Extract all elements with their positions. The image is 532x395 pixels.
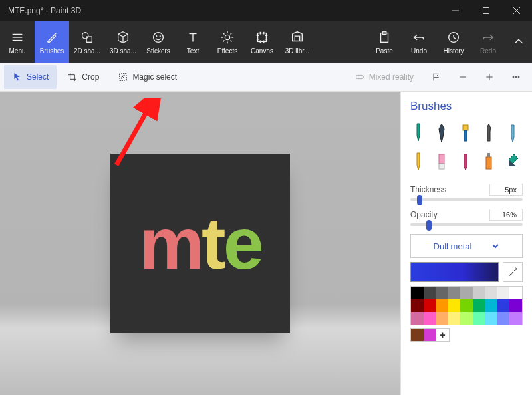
- color-swatch[interactable]: [473, 312, 485, 325]
- minimize-button[interactable]: [440, 0, 471, 21]
- opacity-slider[interactable]: [410, 223, 523, 226]
- paste-button[interactable]: Paste: [367, 21, 402, 63]
- zoom-in-button[interactable]: [477, 65, 501, 89]
- side-panel: Brushes Thickness5px Opacity16% Dull met…: [400, 92, 532, 395]
- main-area: m t e Brushes Thickness5px: [0, 92, 532, 395]
- color-swatch[interactable]: [460, 287, 473, 299]
- 3d-shapes-tab[interactable]: 3D sha...: [105, 21, 141, 63]
- color-swatch[interactable]: [473, 299, 485, 312]
- add-color-button[interactable]: +: [436, 329, 449, 341]
- 3d-library-label: 3D libr...: [285, 47, 310, 55]
- svg-rect-44: [463, 125, 468, 130]
- canvas-artwork[interactable]: m t e: [110, 154, 290, 333]
- history-button[interactable]: History: [436, 21, 471, 63]
- pixel-pen-icon[interactable]: [505, 122, 521, 144]
- color-swatch[interactable]: [509, 312, 522, 325]
- color-swatch[interactable]: [436, 287, 448, 299]
- svg-point-11: [160, 35, 160, 36]
- eyedropper-button[interactable]: [503, 262, 523, 282]
- calligraphy-brush-icon[interactable]: [434, 122, 450, 144]
- color-swatch[interactable]: [411, 299, 424, 312]
- color-swatch[interactable]: [424, 299, 436, 312]
- flag-tool[interactable]: [424, 65, 448, 89]
- color-swatch[interactable]: [473, 287, 485, 299]
- mixed-reality-tool[interactable]: Mixed reality: [346, 65, 422, 89]
- canvas-label: Canvas: [251, 47, 273, 55]
- color-swatch[interactable]: [436, 312, 448, 325]
- magic-select-tool[interactable]: Magic select: [110, 65, 185, 89]
- svg-line-22: [231, 33, 232, 34]
- color-swatch[interactable]: [509, 299, 522, 312]
- collapse-ribbon-button[interactable]: [505, 21, 532, 63]
- pencil-brush-icon[interactable]: [410, 150, 426, 172]
- marker-brush-icon[interactable]: [410, 122, 426, 144]
- color-swatch[interactable]: [460, 312, 473, 325]
- custom-color-swatch[interactable]: [424, 329, 436, 341]
- svg-rect-45: [464, 130, 467, 141]
- canvas-viewport[interactable]: m t e: [0, 92, 400, 395]
- close-button[interactable]: [501, 0, 532, 21]
- svg-rect-36: [356, 75, 363, 78]
- thickness-label: Thickness: [410, 185, 446, 194]
- logo-t: t: [201, 207, 223, 280]
- more-button[interactable]: [504, 65, 528, 89]
- stickers-tab[interactable]: Stickers: [141, 21, 176, 63]
- thickness-control: Thickness5px: [410, 184, 523, 201]
- custom-colors-row: +: [410, 328, 450, 342]
- color-swatch[interactable]: [424, 287, 436, 299]
- effects-tab[interactable]: Effects: [210, 21, 245, 63]
- svg-point-41: [515, 76, 517, 78]
- color-swatch[interactable]: [509, 287, 522, 299]
- undo-label: Undo: [411, 47, 427, 55]
- color-swatch[interactable]: [411, 312, 424, 325]
- color-swatch[interactable]: [497, 312, 510, 325]
- brushes-tab[interactable]: Brushes: [35, 21, 69, 63]
- select-tool[interactable]: Select: [4, 65, 57, 89]
- oil-brush-icon[interactable]: [458, 122, 473, 144]
- undo-button[interactable]: Undo: [402, 21, 436, 63]
- history-label: History: [443, 47, 464, 55]
- crayon-brush-icon[interactable]: [458, 150, 473, 172]
- annotation-arrow: [103, 98, 163, 178]
- color-swatch[interactable]: [497, 299, 510, 312]
- 3d-library-tab[interactable]: 3D libr...: [279, 21, 315, 63]
- color-swatch[interactable]: [436, 299, 448, 312]
- color-swatch[interactable]: [448, 287, 461, 299]
- current-color-swatch[interactable]: [410, 262, 499, 282]
- mte-logo: m t e: [139, 207, 261, 280]
- menu-button[interactable]: Menu: [0, 21, 35, 63]
- redo-button[interactable]: Redo: [471, 21, 505, 63]
- color-swatch[interactable]: [424, 312, 436, 325]
- color-swatch[interactable]: [460, 299, 473, 312]
- color-swatch[interactable]: [448, 299, 461, 312]
- color-swatch[interactable]: [485, 299, 497, 312]
- opacity-label: Opacity: [410, 210, 438, 219]
- eraser-icon[interactable]: [434, 150, 450, 172]
- crop-tool[interactable]: Crop: [59, 65, 107, 89]
- maximize-button[interactable]: [471, 0, 501, 21]
- sub-toolbar: Select Crop Magic select Mixed reality: [0, 63, 532, 92]
- color-swatch[interactable]: [448, 312, 461, 325]
- svg-point-14: [225, 35, 229, 39]
- crop-label: Crop: [82, 72, 99, 82]
- thickness-slider[interactable]: [410, 198, 523, 201]
- fill-bucket-icon[interactable]: [505, 150, 521, 172]
- custom-color-swatch[interactable]: [411, 329, 424, 341]
- opacity-value[interactable]: 16%: [489, 209, 523, 221]
- color-swatch[interactable]: [411, 287, 424, 299]
- svg-rect-48: [486, 157, 491, 169]
- color-swatch[interactable]: [485, 287, 497, 299]
- thickness-value[interactable]: 5px: [489, 184, 523, 196]
- canvas-tab[interactable]: Canvas: [245, 21, 279, 63]
- brushes-label: Brushes: [40, 47, 65, 55]
- color-swatch[interactable]: [497, 287, 510, 299]
- spray-can-icon[interactable]: [481, 150, 497, 172]
- zoom-out-button[interactable]: [451, 65, 475, 89]
- text-tab[interactable]: Text: [176, 21, 210, 63]
- svg-line-43: [116, 106, 150, 165]
- watercolor-brush-icon[interactable]: [481, 122, 497, 144]
- color-swatch[interactable]: [485, 312, 497, 325]
- chevron-down-icon: [491, 242, 499, 250]
- material-dropdown[interactable]: Dull metal: [410, 234, 523, 258]
- 2d-shapes-tab[interactable]: 2D sha...: [69, 21, 105, 63]
